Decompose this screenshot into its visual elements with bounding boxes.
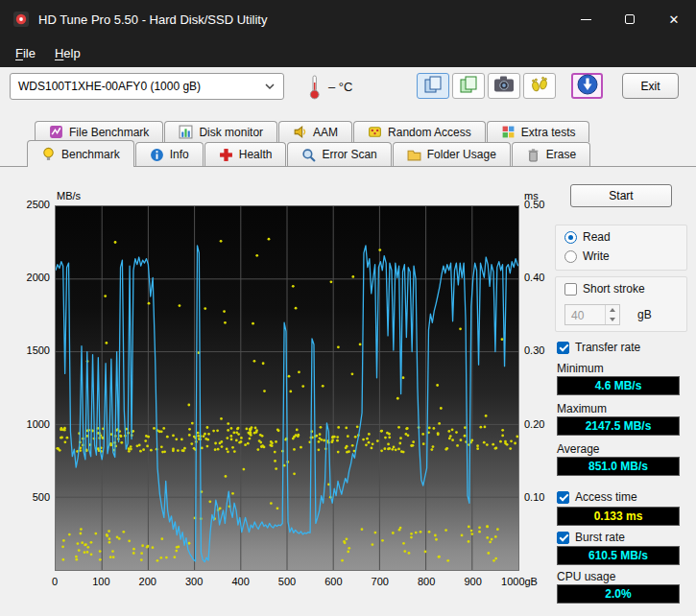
burst-rate-row: Burst rate [557,531,625,544]
down-arrow-icon [610,318,615,321]
access-time-label: Access time [575,490,637,504]
benchmark-run-button[interactable] [523,73,556,99]
short-stroke-unit: gB [637,308,652,321]
titlebar: HD Tune Pro 5.50 - Hard Disk/SSD Utility… [0,0,696,38]
tab-error-scan[interactable]: Error Scan [287,142,391,166]
tab-file-benchmark[interactable]: File Benchmark [35,121,163,142]
short-stroke-value: 40 [565,305,605,324]
transfer-rate-row: Transfer rate [557,341,640,354]
close-icon: ✕ [669,13,680,26]
save-screenshot-button[interactable] [488,73,520,99]
cpu-usage-value: 2.0% [557,584,680,604]
read-radio[interactable] [564,231,577,244]
maximize-icon [625,14,635,24]
app-icon [13,12,29,27]
drive-selector-value: WDS100T1XHE-00AFY0 (1000 gB) [18,80,264,93]
tab-strip-secondary: File Benchmark Disk monitor AAM Random A… [35,121,590,142]
menu-help[interactable]: Help [45,42,90,64]
tab-label: Erase [546,148,576,161]
tab-info[interactable]: Info [135,142,204,166]
benchmark-plot [55,205,519,571]
short-stroke-label: Short stroke [583,282,645,296]
file-benchmark-icon [49,125,63,139]
chevron-down-icon [264,83,276,90]
short-stroke-stepper[interactable]: 40 [564,304,620,325]
drive-selector[interactable]: WDS100T1XHE-00AFY0 (1000 gB) [10,73,284,100]
access-time-row: Access time [557,490,637,504]
tab-disk-monitor[interactable]: Disk monitor [164,121,277,142]
tab-label: Random Access [388,126,471,139]
maximize-button[interactable] [608,0,652,38]
copy-text-button[interactable] [452,73,485,99]
temperature-readout: – °C [328,80,352,94]
tab-health[interactable]: Health [204,142,287,166]
camera-icon [493,75,515,97]
stepper-buttons [605,305,619,324]
tab-label: Info [170,148,189,161]
tab-strip-primary: Benchmark Info Health Error Scan Folder … [27,142,591,166]
tab-label: AAM [313,126,338,139]
start-button[interactable]: Start [570,184,672,207]
tab-label: Disk monitor [199,126,263,139]
minimize-button[interactable] [564,0,608,38]
tab-folder-usage[interactable]: Folder Usage [393,142,511,166]
burst-rate-value: 610.5 MB/s [557,546,680,565]
folder-icon [407,148,421,162]
menu-file[interactable]: File [6,42,45,64]
disk-monitor-icon [179,125,193,139]
thermometer-icon [307,74,322,104]
write-label: Write [583,249,610,263]
minimum-label: Minimum [557,362,604,375]
tab-label: Error Scan [322,148,376,161]
copy-pages-green-icon [458,75,479,98]
read-radio-row: Read [564,230,611,244]
lightbulb-icon [41,147,56,161]
trash-icon [526,148,540,162]
tab-label: File Benchmark [69,126,149,139]
stepper-down-button[interactable] [606,315,619,324]
exit-button[interactable]: Exit [622,73,679,99]
info-icon [150,148,164,162]
tab-label: Health [239,148,273,161]
tab-extra-tests[interactable]: Extra tests [487,121,590,142]
burst-rate-label: Burst rate [575,531,625,544]
tab-aam[interactable]: AAM [278,121,352,142]
short-stroke-checkbox[interactable] [564,283,577,296]
copy-pages-blue-icon [422,75,444,98]
copy-screenshot-button[interactable] [417,73,449,99]
grid-icon [501,125,516,139]
dice-icon [368,125,382,139]
average-label: Average [557,442,599,456]
save-results-button[interactable] [571,73,603,99]
download-arrow-icon [576,73,599,100]
feet-icon [529,75,550,97]
transfer-rate-checkbox[interactable] [557,342,569,354]
minimize-icon [581,19,591,20]
window-title: HD Tune Pro 5.50 - Hard Disk/SSD Utility [38,12,267,27]
transfer-rate-label: Transfer rate [575,341,640,354]
close-button[interactable]: ✕ [652,0,696,38]
average-value: 851.0 MB/s [557,457,680,476]
write-radio-row: Write [564,249,610,263]
app-window: HD Tune Pro 5.50 - Hard Disk/SSD Utility… [0,0,696,616]
read-label: Read [583,230,611,244]
speaker-icon [293,125,307,139]
tab-label: Folder Usage [427,148,496,161]
tab-random-access[interactable]: Random Access [353,121,486,142]
tab-label: Benchmark [61,148,120,161]
up-arrow-icon [610,308,615,312]
stepper-up-button[interactable] [606,305,619,315]
window-controls: ✕ [564,0,696,38]
minimum-value: 4.6 MB/s [557,376,680,395]
menubar: File Help [0,38,696,67]
short-stroke-row: Short stroke [564,282,645,296]
tab-label: Extra tests [521,126,576,139]
maximum-value: 2147.5 MB/s [557,416,680,436]
burst-rate-checkbox[interactable] [557,532,569,544]
tab-benchmark[interactable]: Benchmark [27,140,134,167]
tab-erase[interactable]: Erase [512,142,590,166]
access-time-checkbox[interactable] [557,491,569,504]
write-radio[interactable] [564,250,577,263]
access-time-value: 0.133 ms [557,507,680,526]
red-cross-icon [219,148,233,162]
